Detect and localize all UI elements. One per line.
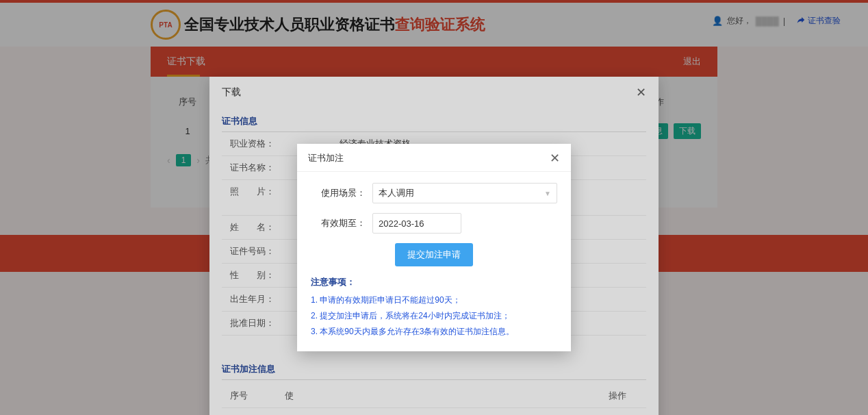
scene-select-value: 本人调用 [379,187,414,199]
scene-label: 使用场景： [311,187,366,199]
scene-select[interactable]: 本人调用 ▼ [372,183,557,203]
annotate-modal-title: 证书加注 [308,152,344,164]
chevron-down-icon: ▼ [544,190,551,197]
close-icon[interactable]: ✕ [550,152,560,164]
annotate-modal: 证书加注 ✕ 使用场景： 本人调用 ▼ 有效期至： 提交加注申请 注意事项： 1… [297,144,571,272]
expire-label: 有效期至： [311,217,366,229]
submit-annotate-button[interactable]: 提交加注申请 [395,243,473,266]
expire-date-input[interactable] [372,213,461,234]
